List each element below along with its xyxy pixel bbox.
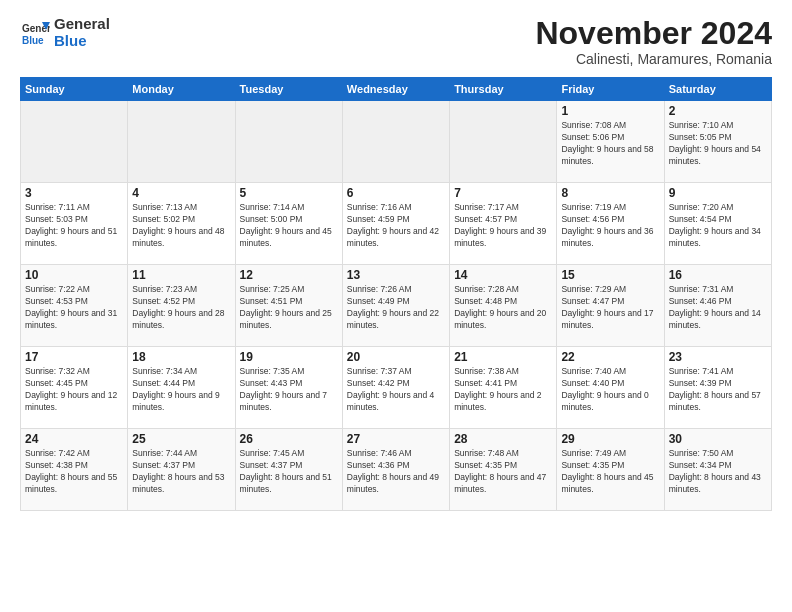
- day-number: 21: [454, 350, 552, 364]
- day-info: Sunrise: 7:17 AM Sunset: 4:57 PM Dayligh…: [454, 202, 552, 250]
- day-info: Sunrise: 7:50 AM Sunset: 4:34 PM Dayligh…: [669, 448, 767, 496]
- calendar-cell: 2Sunrise: 7:10 AM Sunset: 5:05 PM Daylig…: [664, 101, 771, 183]
- day-info: Sunrise: 7:40 AM Sunset: 4:40 PM Dayligh…: [561, 366, 659, 414]
- day-number: 6: [347, 186, 445, 200]
- day-info: Sunrise: 7:19 AM Sunset: 4:56 PM Dayligh…: [561, 202, 659, 250]
- week-row-4: 24Sunrise: 7:42 AM Sunset: 4:38 PM Dayli…: [21, 429, 772, 511]
- calendar-cell: 1Sunrise: 7:08 AM Sunset: 5:06 PM Daylig…: [557, 101, 664, 183]
- day-number: 8: [561, 186, 659, 200]
- calendar-cell: 20Sunrise: 7:37 AM Sunset: 4:42 PM Dayli…: [342, 347, 449, 429]
- day-info: Sunrise: 7:28 AM Sunset: 4:48 PM Dayligh…: [454, 284, 552, 332]
- day-info: Sunrise: 7:48 AM Sunset: 4:35 PM Dayligh…: [454, 448, 552, 496]
- header-row: Sunday Monday Tuesday Wednesday Thursday…: [21, 78, 772, 101]
- day-info: Sunrise: 7:32 AM Sunset: 4:45 PM Dayligh…: [25, 366, 123, 414]
- header-sunday: Sunday: [21, 78, 128, 101]
- calendar-cell: 6Sunrise: 7:16 AM Sunset: 4:59 PM Daylig…: [342, 183, 449, 265]
- day-info: Sunrise: 7:20 AM Sunset: 4:54 PM Dayligh…: [669, 202, 767, 250]
- logo: General Blue General Blue: [20, 16, 110, 49]
- day-info: Sunrise: 7:13 AM Sunset: 5:02 PM Dayligh…: [132, 202, 230, 250]
- calendar-cell: 7Sunrise: 7:17 AM Sunset: 4:57 PM Daylig…: [450, 183, 557, 265]
- calendar-cell: [450, 101, 557, 183]
- calendar-cell: 11Sunrise: 7:23 AM Sunset: 4:52 PM Dayli…: [128, 265, 235, 347]
- day-info: Sunrise: 7:46 AM Sunset: 4:36 PM Dayligh…: [347, 448, 445, 496]
- day-number: 20: [347, 350, 445, 364]
- day-info: Sunrise: 7:23 AM Sunset: 4:52 PM Dayligh…: [132, 284, 230, 332]
- header-saturday: Saturday: [664, 78, 771, 101]
- calendar-table: Sunday Monday Tuesday Wednesday Thursday…: [20, 77, 772, 511]
- calendar-cell: 4Sunrise: 7:13 AM Sunset: 5:02 PM Daylig…: [128, 183, 235, 265]
- day-info: Sunrise: 7:14 AM Sunset: 5:00 PM Dayligh…: [240, 202, 338, 250]
- calendar-cell: 10Sunrise: 7:22 AM Sunset: 4:53 PM Dayli…: [21, 265, 128, 347]
- day-number: 12: [240, 268, 338, 282]
- day-number: 4: [132, 186, 230, 200]
- day-info: Sunrise: 7:37 AM Sunset: 4:42 PM Dayligh…: [347, 366, 445, 414]
- day-number: 2: [669, 104, 767, 118]
- day-info: Sunrise: 7:41 AM Sunset: 4:39 PM Dayligh…: [669, 366, 767, 414]
- logo-general-text: General: [54, 16, 110, 33]
- day-info: Sunrise: 7:08 AM Sunset: 5:06 PM Dayligh…: [561, 120, 659, 168]
- calendar-cell: 5Sunrise: 7:14 AM Sunset: 5:00 PM Daylig…: [235, 183, 342, 265]
- calendar-cell: 26Sunrise: 7:45 AM Sunset: 4:37 PM Dayli…: [235, 429, 342, 511]
- week-row-2: 10Sunrise: 7:22 AM Sunset: 4:53 PM Dayli…: [21, 265, 772, 347]
- calendar-cell: 18Sunrise: 7:34 AM Sunset: 4:44 PM Dayli…: [128, 347, 235, 429]
- calendar-cell: 8Sunrise: 7:19 AM Sunset: 4:56 PM Daylig…: [557, 183, 664, 265]
- week-row-3: 17Sunrise: 7:32 AM Sunset: 4:45 PM Dayli…: [21, 347, 772, 429]
- day-info: Sunrise: 7:29 AM Sunset: 4:47 PM Dayligh…: [561, 284, 659, 332]
- calendar-cell: 24Sunrise: 7:42 AM Sunset: 4:38 PM Dayli…: [21, 429, 128, 511]
- day-info: Sunrise: 7:38 AM Sunset: 4:41 PM Dayligh…: [454, 366, 552, 414]
- calendar-subtitle: Calinesti, Maramures, Romania: [535, 51, 772, 67]
- calendar-cell: [128, 101, 235, 183]
- calendar-cell: 29Sunrise: 7:49 AM Sunset: 4:35 PM Dayli…: [557, 429, 664, 511]
- day-info: Sunrise: 7:44 AM Sunset: 4:37 PM Dayligh…: [132, 448, 230, 496]
- day-number: 23: [669, 350, 767, 364]
- day-info: Sunrise: 7:34 AM Sunset: 4:44 PM Dayligh…: [132, 366, 230, 414]
- day-number: 22: [561, 350, 659, 364]
- day-number: 26: [240, 432, 338, 446]
- header-monday: Monday: [128, 78, 235, 101]
- calendar-cell: 9Sunrise: 7:20 AM Sunset: 4:54 PM Daylig…: [664, 183, 771, 265]
- day-info: Sunrise: 7:11 AM Sunset: 5:03 PM Dayligh…: [25, 202, 123, 250]
- day-number: 24: [25, 432, 123, 446]
- day-number: 9: [669, 186, 767, 200]
- day-info: Sunrise: 7:16 AM Sunset: 4:59 PM Dayligh…: [347, 202, 445, 250]
- calendar-cell: 21Sunrise: 7:38 AM Sunset: 4:41 PM Dayli…: [450, 347, 557, 429]
- calendar-cell: 12Sunrise: 7:25 AM Sunset: 4:51 PM Dayli…: [235, 265, 342, 347]
- day-number: 18: [132, 350, 230, 364]
- calendar-cell: [342, 101, 449, 183]
- calendar-cell: 3Sunrise: 7:11 AM Sunset: 5:03 PM Daylig…: [21, 183, 128, 265]
- day-number: 27: [347, 432, 445, 446]
- day-info: Sunrise: 7:10 AM Sunset: 5:05 PM Dayligh…: [669, 120, 767, 168]
- day-number: 13: [347, 268, 445, 282]
- day-info: Sunrise: 7:31 AM Sunset: 4:46 PM Dayligh…: [669, 284, 767, 332]
- day-number: 28: [454, 432, 552, 446]
- calendar-cell: 27Sunrise: 7:46 AM Sunset: 4:36 PM Dayli…: [342, 429, 449, 511]
- day-number: 3: [25, 186, 123, 200]
- day-number: 7: [454, 186, 552, 200]
- calendar-cell: 14Sunrise: 7:28 AM Sunset: 4:48 PM Dayli…: [450, 265, 557, 347]
- title-block: November 2024 Calinesti, Maramures, Roma…: [535, 16, 772, 67]
- day-number: 17: [25, 350, 123, 364]
- day-info: Sunrise: 7:45 AM Sunset: 4:37 PM Dayligh…: [240, 448, 338, 496]
- day-info: Sunrise: 7:42 AM Sunset: 4:38 PM Dayligh…: [25, 448, 123, 496]
- header-thursday: Thursday: [450, 78, 557, 101]
- calendar-cell: [235, 101, 342, 183]
- calendar-cell: 15Sunrise: 7:29 AM Sunset: 4:47 PM Dayli…: [557, 265, 664, 347]
- calendar-cell: 13Sunrise: 7:26 AM Sunset: 4:49 PM Dayli…: [342, 265, 449, 347]
- header-friday: Friday: [557, 78, 664, 101]
- day-number: 30: [669, 432, 767, 446]
- day-info: Sunrise: 7:26 AM Sunset: 4:49 PM Dayligh…: [347, 284, 445, 332]
- calendar-cell: 16Sunrise: 7:31 AM Sunset: 4:46 PM Dayli…: [664, 265, 771, 347]
- header-tuesday: Tuesday: [235, 78, 342, 101]
- day-info: Sunrise: 7:25 AM Sunset: 4:51 PM Dayligh…: [240, 284, 338, 332]
- day-number: 29: [561, 432, 659, 446]
- calendar-title: November 2024: [535, 16, 772, 51]
- calendar-cell: [21, 101, 128, 183]
- calendar-cell: 28Sunrise: 7:48 AM Sunset: 4:35 PM Dayli…: [450, 429, 557, 511]
- day-number: 14: [454, 268, 552, 282]
- day-number: 25: [132, 432, 230, 446]
- day-number: 16: [669, 268, 767, 282]
- svg-text:Blue: Blue: [22, 35, 44, 46]
- day-info: Sunrise: 7:22 AM Sunset: 4:53 PM Dayligh…: [25, 284, 123, 332]
- day-number: 19: [240, 350, 338, 364]
- day-number: 10: [25, 268, 123, 282]
